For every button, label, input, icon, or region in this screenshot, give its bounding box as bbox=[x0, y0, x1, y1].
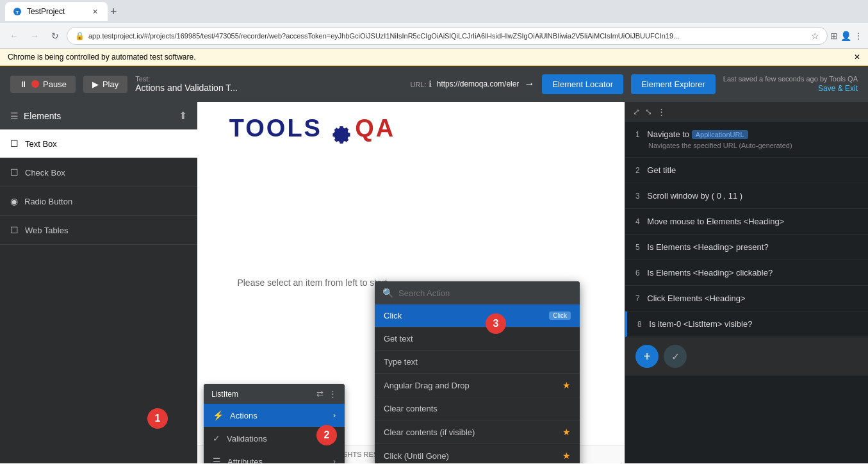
step-item-5[interactable]: 5 Is Elements <Heading> present? bbox=[625, 235, 868, 260]
check-button[interactable]: ✓ bbox=[664, 345, 687, 368]
context-menu-icons: ⇄ ⋮ bbox=[316, 389, 337, 399]
context-menu-item-attributes[interactable]: ☰ Attributes › bbox=[204, 450, 345, 463]
page-content: TOOLS QA Please select an item from left… bbox=[0, 102, 625, 463]
step-item-4[interactable]: 4 Move mouse to Elements <Heading> bbox=[625, 209, 868, 235]
step-num-5: 5 bbox=[635, 243, 640, 252]
star-icon-click-until-gone: ★ bbox=[562, 451, 571, 461]
search-icon: 🔍 bbox=[382, 288, 393, 298]
step-text-6: Is Elements <Heading> clickable? bbox=[647, 268, 773, 278]
steps-more-icon[interactable]: ⋮ bbox=[657, 107, 666, 117]
elements-sidebar: ☰ Elements ⬆ ☐ Text Box ☐ Check Box bbox=[0, 102, 197, 463]
badge-2: 2 bbox=[316, 425, 337, 445]
step-item-1[interactable]: 1 Navigate to ApplicationURL Navigates t… bbox=[625, 122, 868, 158]
profile-icon[interactable]: 👤 bbox=[840, 31, 851, 41]
steps-panel: ⤢ ⤡ ⋮ 1 Navigate to ApplicationURL Navig… bbox=[625, 102, 868, 463]
back-button[interactable]: ← bbox=[5, 27, 23, 45]
active-tab[interactable]: T TestProject ✕ bbox=[5, 2, 108, 21]
action-item-click[interactable]: Click Click bbox=[375, 304, 580, 327]
star-icon-angular: ★ bbox=[562, 380, 571, 390]
address-bar[interactable]: 🔒 app.testproject.io/#/projects/169985/t… bbox=[67, 27, 828, 45]
step-num-7: 7 bbox=[635, 294, 640, 303]
context-item-actions-left: ⚡ Actions bbox=[213, 410, 258, 420]
new-tab-button[interactable]: + bbox=[110, 5, 117, 19]
action-panel: 🔍 Click Click Get text Type text bbox=[375, 281, 580, 463]
context-more-icon[interactable]: ⋮ bbox=[329, 389, 337, 399]
context-menu-item-actions[interactable]: ⚡ Actions › bbox=[204, 404, 345, 427]
rec-indicator-icon bbox=[31, 80, 39, 88]
tab-close-button[interactable]: ✕ bbox=[90, 6, 100, 17]
actions-icon: ⚡ bbox=[213, 410, 224, 420]
badge-3: 3 bbox=[486, 313, 506, 334]
step-num-2: 2 bbox=[635, 166, 640, 175]
play-icon: ▶ bbox=[92, 79, 99, 89]
bookmark-icon[interactable]: ☆ bbox=[811, 31, 819, 41]
menu-icon[interactable]: ⋮ bbox=[854, 31, 863, 41]
element-locator-button[interactable]: Element Locator bbox=[542, 74, 623, 94]
element-item-radiobutton[interactable]: ◉ Radio Button bbox=[0, 187, 197, 216]
lock-icon: 🔒 bbox=[75, 31, 85, 40]
save-status-text: Last saved a few seconds ago by Tools QA bbox=[723, 75, 858, 83]
action-item-get-text[interactable]: Get text bbox=[375, 327, 580, 351]
add-step-button[interactable]: + bbox=[635, 345, 659, 368]
step-item-2[interactable]: 2 Get title bbox=[625, 158, 868, 183]
step-num-3: 3 bbox=[635, 192, 640, 201]
browser-chrome: T TestProject ✕ + ← → ↻ 🔒 app.testprojec… bbox=[0, 0, 868, 66]
context-item-validations-left: ✓ Validations bbox=[213, 433, 267, 443]
svg-text:T: T bbox=[16, 10, 19, 15]
step-num-1: 1 bbox=[635, 130, 640, 139]
test-name: Actions and Validation T... bbox=[135, 83, 402, 93]
play-button[interactable]: ▶ Play bbox=[83, 76, 127, 93]
attributes-icon: ☰ bbox=[213, 456, 221, 463]
action-item-clear-visible[interactable]: Clear contents (if visible) ★ bbox=[375, 420, 580, 444]
save-exit-link[interactable]: Save & Exit bbox=[723, 84, 858, 93]
badge-1: 1 bbox=[147, 408, 168, 429]
action-item-clear[interactable]: Clear contents bbox=[375, 397, 580, 420]
steps-move-icon[interactable]: ⤢ bbox=[633, 107, 640, 117]
url-label: URL: ℹ bbox=[411, 79, 432, 89]
steps-expand-icon[interactable]: ⤡ bbox=[645, 107, 652, 117]
step-text-3: Scroll window by ( 0 , 11 ) bbox=[647, 191, 742, 201]
hamburger-icon[interactable]: ☰ bbox=[10, 111, 19, 121]
action-search-input[interactable] bbox=[398, 288, 572, 298]
nav-bar: ← → ↻ 🔒 app.testproject.io/#/projects/16… bbox=[0, 23, 868, 49]
upload-icon[interactable]: ⬆ bbox=[179, 110, 187, 122]
forward-button[interactable]: → bbox=[26, 27, 44, 45]
element-item-checkbox[interactable]: ☐ Check Box bbox=[0, 158, 197, 187]
step-item-3[interactable]: 3 Scroll window by ( 0 , 11 ) bbox=[625, 183, 868, 209]
url-navigate-icon[interactable]: → bbox=[524, 78, 534, 90]
context-share-icon[interactable]: ⇄ bbox=[316, 389, 323, 399]
actions-arrow-icon: › bbox=[333, 411, 336, 420]
save-section: Last saved a few seconds ago by Tools QA… bbox=[723, 75, 858, 93]
logo-text: TOOLS bbox=[229, 115, 322, 142]
webtables-icon: ☐ bbox=[10, 225, 19, 235]
step-text-8: Is item-0 <ListItem> visible? bbox=[649, 319, 752, 329]
step-sub-1: Navigates the specified URL (Auto-genera… bbox=[635, 142, 858, 149]
chrome-info-bar: Chrome is being controlled by automated … bbox=[0, 49, 868, 66]
page-center-message: Please select an item from left to start bbox=[237, 278, 387, 288]
steps-header-icons: ⤢ ⤡ ⋮ bbox=[633, 107, 666, 117]
element-item-webtables[interactable]: ☐ Web Tables bbox=[0, 216, 197, 245]
step-item-6[interactable]: 6 Is Elements <Heading> clickable? bbox=[625, 260, 868, 286]
textbox-icon: ☐ bbox=[10, 138, 19, 149]
click-tooltip-badge: Click bbox=[549, 311, 571, 320]
elements-title: ☰ Elements bbox=[10, 111, 61, 121]
element-explorer-button[interactable]: Element Explorer bbox=[631, 74, 716, 94]
element-item-textbox[interactable]: ☐ Text Box bbox=[0, 129, 197, 158]
main-area: TOOLS QA Please select an item from left… bbox=[0, 102, 868, 463]
steps-header: ⤢ ⤡ ⋮ bbox=[625, 102, 868, 122]
step-item-8[interactable]: 8 Is item-0 <ListItem> visible? bbox=[625, 311, 868, 337]
action-item-angular-drag[interactable]: Angular Drag and Drop ★ bbox=[375, 374, 580, 397]
validations-icon: ✓ bbox=[213, 433, 220, 443]
radiobutton-icon: ◉ bbox=[10, 196, 18, 206]
info-bar-close-icon[interactable]: ✕ bbox=[854, 53, 860, 62]
refresh-button[interactable]: ↻ bbox=[46, 27, 64, 45]
pause-icon: ⏸ bbox=[19, 79, 28, 89]
step-num-8: 8 bbox=[637, 320, 642, 329]
step-item-7[interactable]: 7 Click Elements <Heading> bbox=[625, 286, 868, 311]
action-item-type-text[interactable]: Type text bbox=[375, 351, 580, 374]
action-item-click-until-gone[interactable]: Click (Until Gone) ★ bbox=[375, 444, 580, 463]
pause-button[interactable]: ⏸ Pause bbox=[10, 76, 76, 93]
context-menu: ListItem ⇄ ⋮ ⚡ Actions › bbox=[204, 384, 345, 463]
extensions-icon[interactable]: ⊞ bbox=[830, 31, 838, 41]
url-section: URL: ℹ https://demoqa.com/eler → bbox=[411, 78, 535, 90]
